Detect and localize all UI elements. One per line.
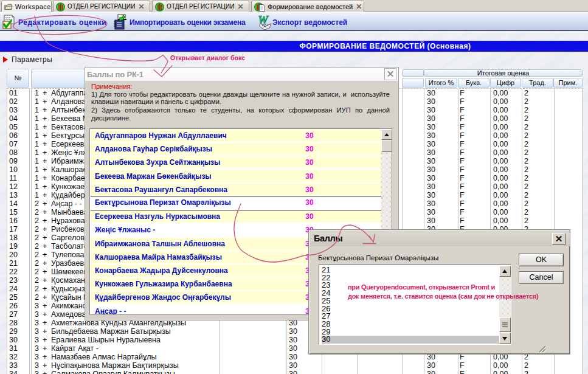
svg-text:W: W	[258, 14, 269, 26]
